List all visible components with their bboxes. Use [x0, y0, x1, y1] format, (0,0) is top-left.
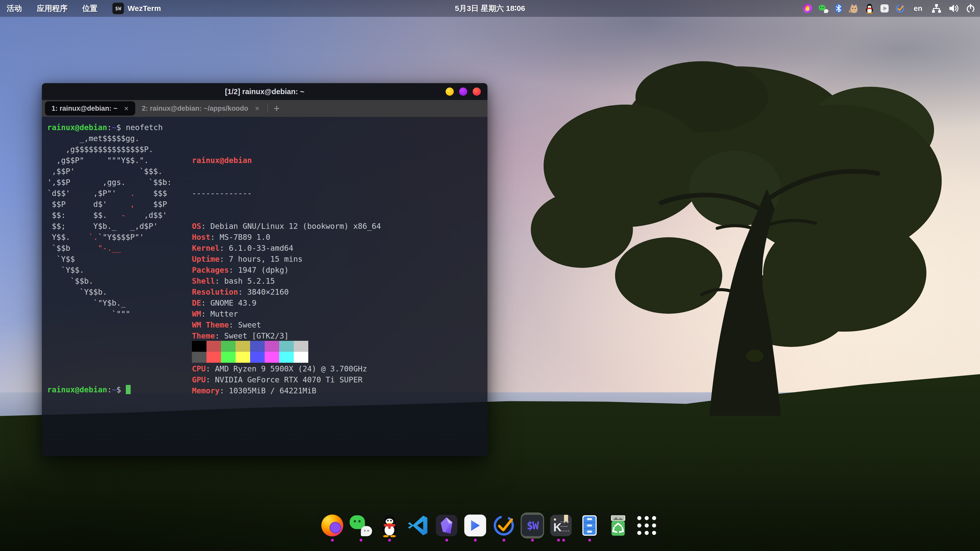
- dock-item-wezterm[interactable]: $W: [520, 514, 544, 543]
- neofetch-ascii-art: _,met$$$$$gg. ,g$$$$$$$$$$$$$$$P. ,g$$P"…: [47, 133, 172, 319]
- dock-item-files[interactable]: [578, 514, 601, 543]
- neofetch-entry: Uptime: 7 hours, 15 mins: [192, 254, 381, 265]
- running-indicator: [360, 537, 363, 543]
- neofetch-entry: Host: MS-7B89 1.0: [192, 232, 381, 243]
- terminal-prompt: rainux@debian:~$: [47, 384, 130, 395]
- ascii-line: $$; Y$b._ _,d$P': [47, 221, 172, 232]
- ascii-line: $$: $$. - ,d$$': [47, 210, 172, 221]
- neofetch-title: rainux@debian: [192, 155, 381, 166]
- palette-cell: [265, 341, 279, 352]
- media-player-tray-icon[interactable]: [880, 4, 889, 13]
- dock-item-vscode[interactable]: [406, 514, 430, 543]
- tab-2[interactable]: 2: rainux@debian: ~/apps/koodo ×: [135, 101, 266, 116]
- wezterm-window: [1/2] rainux@debian: ~ 1: rainux@debian:…: [42, 83, 487, 456]
- ascii-line: ,$$P' `$$$.: [47, 166, 172, 177]
- palette-cell: [250, 341, 265, 352]
- wired-network-icon[interactable]: [931, 3, 942, 13]
- tab-1-close-icon[interactable]: ×: [124, 104, 129, 113]
- window-button-minimize[interactable]: [445, 87, 454, 96]
- neofetch-entry: Packages: 1947 (dpkg): [192, 265, 381, 275]
- activities-button[interactable]: 活动: [6, 3, 22, 14]
- tab-bar: 1: rainux@debian: ~ × 2: rainux@debian: …: [42, 100, 487, 117]
- trash-icon: [606, 514, 630, 537]
- ascii-line: ',$$P ,ggs. `$$b:: [47, 177, 172, 188]
- dock-item-media-player[interactable]: [463, 514, 487, 543]
- neofetch-entry: DE: GNOME 43.9: [192, 297, 381, 308]
- window-button-maximize[interactable]: [459, 87, 467, 96]
- qq-icon: [378, 514, 401, 537]
- tab-divider: [267, 105, 268, 112]
- terminal-command-line: rainux@debian:~$neofetch: [47, 122, 163, 133]
- dock-item-wechat[interactable]: [349, 514, 372, 543]
- palette-cell: [294, 352, 308, 363]
- focused-app-menu[interactable]: $W WezTerm: [112, 3, 161, 14]
- cat-pet-icon[interactable]: [849, 3, 859, 14]
- palette-cell: [235, 352, 250, 363]
- wezterm-app-icon: $W: [112, 3, 124, 14]
- wechat-tray-icon[interactable]: [819, 4, 829, 13]
- volume-icon[interactable]: [948, 3, 959, 13]
- dock: $W K: [316, 511, 663, 548]
- neofetch-entry: Kernel: 6.1.0-33-amd64: [192, 243, 381, 254]
- palette-cell: [294, 341, 308, 352]
- ticktick-icon: [492, 514, 515, 537]
- tab-1[interactable]: 1: rainux@debian: ~ ×: [45, 101, 135, 116]
- window-title: [1/2] rainux@debian: ~: [225, 87, 304, 96]
- palette-cell: [192, 341, 207, 352]
- palette-row-1: [192, 341, 308, 352]
- palette-cell: [221, 352, 235, 363]
- applications-menu[interactable]: 应用程序: [37, 3, 67, 14]
- top-bar: 活动 应用程序 位置 $W WezTerm 5月3日 星期六 18∶06: [0, 0, 980, 17]
- media-player-icon: [463, 514, 487, 537]
- ascii-line: $$P d$' , $$P: [47, 199, 172, 210]
- ascii-line: ,g$$$$$$$$$$$$$$$P.: [47, 144, 172, 155]
- window-button-close[interactable]: [473, 87, 481, 96]
- neofetch-entry: OS: Debian GNU/Linux 12 (bookworm) x86_6…: [192, 221, 381, 232]
- clock-button[interactable]: 5月3日 星期六 18∶06: [455, 0, 525, 17]
- places-menu[interactable]: 位置: [82, 3, 97, 14]
- neofetch-entry: Theme: Sweet [GTK2/3]: [192, 330, 381, 341]
- input-method-indicator[interactable]: en: [914, 4, 922, 13]
- neofetch-info: rainux@debian ------------- OS: Debian G…: [192, 133, 381, 418]
- qq-tray-icon[interactable]: [865, 3, 874, 14]
- ascii-line: `Y$$: [47, 254, 172, 265]
- neofetch-entry: CPU: AMD Ryzen 9 5900X (24) @ 3.700GHz: [192, 363, 381, 374]
- terminal-cursor: [126, 385, 130, 394]
- system-tray: en: [803, 0, 975, 17]
- window-titlebar[interactable]: [1/2] rainux@debian: ~: [42, 83, 487, 100]
- bluetooth-icon[interactable]: [835, 4, 842, 13]
- palette-cell: [207, 341, 221, 352]
- dock-item-trash[interactable]: [606, 514, 630, 543]
- dock-item-ticktick[interactable]: [492, 514, 515, 543]
- running-indicator: [474, 537, 477, 543]
- neofetch-entry: WM Theme: Sweet: [192, 319, 381, 330]
- running-indicator: [331, 537, 334, 543]
- ascii-line: _,met$$$$$gg.: [47, 133, 172, 144]
- new-tab-button[interactable]: +: [274, 103, 280, 114]
- dock-item-koodo-reader[interactable]: K: [549, 514, 573, 543]
- palette-cell: [250, 352, 265, 363]
- focused-app-title: WezTerm: [127, 4, 161, 13]
- palette-cell: [221, 341, 235, 352]
- dock-item-qq[interactable]: [378, 514, 401, 543]
- neofetch-entry: Resolution: 3840×2160: [192, 286, 381, 297]
- palette-cell: [279, 341, 294, 352]
- ticktick-tray-icon[interactable]: [895, 3, 905, 13]
- tab-2-close-icon[interactable]: ×: [255, 104, 259, 113]
- app-grid-icon: [635, 514, 659, 537]
- terminal-content[interactable]: rainux@debian:~$neofetch _,met$$$$$gg. ,…: [42, 117, 487, 456]
- ascii-line: `d$$' ,$P"' . $$$: [47, 188, 172, 199]
- running-indicator: [588, 537, 591, 543]
- neofetch-color-palette: [192, 341, 308, 363]
- dock-item-app-grid[interactable]: [635, 514, 659, 543]
- power-icon[interactable]: [966, 3, 975, 13]
- palette-cell: [192, 352, 207, 363]
- dock-item-obsidian[interactable]: [435, 514, 458, 543]
- neofetch-entry: GPU: NVIDIA GeForce RTX 4070 Ti SUPER: [192, 374, 381, 385]
- ascii-line: ,g$$P" """Y$$.".: [47, 155, 172, 166]
- ascii-line: `Y$$.: [47, 265, 172, 275]
- palette-row-2: [192, 352, 308, 363]
- palette-cell: [265, 352, 279, 363]
- dock-item-firefox[interactable]: [321, 514, 344, 543]
- flame-app-icon[interactable]: [803, 4, 812, 13]
